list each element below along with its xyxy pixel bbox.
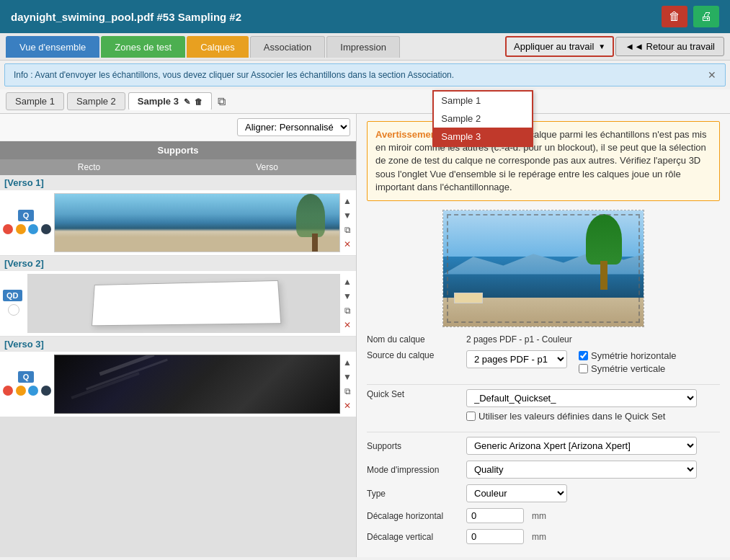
tab-vue-ensemble[interactable]: Vue d'ensemble: [6, 36, 99, 58]
quickset-checkbox[interactable]: [466, 412, 476, 421]
decalage-horizontal-label: Décalage horizontal: [367, 511, 460, 521]
mode-impression-select[interactable]: Quality: [466, 461, 697, 479]
quickset-use-values-label: Utiliser les valeurs définies dans le Qu…: [478, 411, 665, 422]
left-panel: Aligner: Personnalisé Supports Recto Ver…: [0, 114, 357, 557]
tab-association[interactable]: Association: [250, 36, 325, 58]
source-calque-select[interactable]: 2 pages PDF - p1: [466, 350, 567, 368]
type-label: Type: [367, 489, 460, 499]
form-row-nom-calque: Nom du calque 2 pages PDF - p1 - Couleur: [367, 334, 720, 345]
layer-down-button-verso3[interactable]: ▼: [342, 370, 353, 383]
layer-copy-button-verso3[interactable]: ⧉: [343, 385, 352, 398]
copy-sample-button[interactable]: ⧉: [218, 95, 226, 108]
layer-delete-button-verso2[interactable]: ✕: [342, 319, 352, 332]
dropdown-caret-icon: ▼: [598, 43, 605, 50]
back-button[interactable]: ◄◄ Retour au travail: [615, 37, 724, 56]
layer-up-button-verso3[interactable]: ▲: [342, 356, 353, 369]
layer-copy-button-verso2[interactable]: ⧉: [343, 304, 352, 317]
layer-copy-button-verso1[interactable]: ⧉: [343, 223, 352, 236]
decalage-horizontal-unit: mm: [532, 511, 546, 521]
recto-verso-headers: Recto Verso: [0, 159, 356, 175]
tab-calques[interactable]: Calques: [187, 36, 249, 58]
form-row-type: Type Couleur: [367, 484, 720, 502]
info-bar: Info : Avant d'envoyer les échantillons,…: [4, 63, 726, 86]
recto-header: Recto: [0, 159, 178, 175]
supports-select[interactable]: Generic Arizona Xpert [Arizona Xpert]: [466, 437, 697, 455]
form-row-supports: Supports Generic Arizona Xpert [Arizona …: [367, 437, 720, 455]
layer-delete-button-verso3[interactable]: ✕: [342, 399, 352, 412]
preview-image-box: [442, 210, 644, 327]
layer-label-verso2: [Verso 2]: [0, 256, 356, 271]
dropdown-item-sample1[interactable]: Sample 1: [434, 92, 532, 110]
symetrie-verticale-checkbox[interactable]: [579, 364, 588, 373]
layer-label-verso3: [Verso 3]: [0, 337, 356, 352]
color-dots-verso1: [3, 224, 51, 236]
layer-side-controls-verso1: ▲ ▼ ⧉ ✕: [342, 195, 353, 251]
layer-item-verso1: Q ▲ ▼: [0, 190, 356, 256]
layer-controls-verso3: Q: [3, 371, 51, 398]
nom-calque-label: Nom du calque: [367, 334, 460, 345]
dropdown-item-sample2[interactable]: Sample 2: [434, 110, 532, 128]
layer-badge-verso2: QD: [3, 290, 22, 301]
form-row-mode-impression: Mode d'impression Quality: [367, 461, 720, 479]
layer-side-controls-verso2: ▲ ▼ ⧉ ✕: [342, 275, 353, 332]
apply-dropdown-container: Appliquer au travail ▼ Sample 1 Sample 2…: [505, 36, 614, 57]
divider-1: [367, 384, 720, 385]
layer-side-controls-verso3: ▲ ▼ ⧉ ✕: [342, 356, 353, 412]
layer-controls-verso2: QD: [3, 290, 25, 318]
decalage-horizontal-input[interactable]: [466, 508, 524, 523]
info-text: Info : Avant d'envoyer les échantillons,…: [14, 70, 454, 80]
align-select[interactable]: Aligner: Personnalisé: [237, 118, 350, 136]
quickset-label: Quick Set: [367, 389, 460, 399]
symetrie-verticale-label: Symétrie verticale: [591, 363, 665, 374]
form-row-quickset: Quick Set _Default_Quickset_ Utiliser le…: [367, 389, 720, 422]
warning-box: Avertissement: Lorsqu'au moins un calque…: [367, 121, 720, 201]
mode-impression-label: Mode d'impression: [367, 465, 460, 475]
symetrie-verticale-row: Symétrie verticale: [579, 363, 677, 374]
symmetry-group: Symétrie horizontale Symétrie verticale: [579, 350, 677, 374]
align-bar: Aligner: Personnalisé: [0, 114, 356, 141]
delete-sample-icon[interactable]: 🗑: [195, 97, 202, 106]
symetrie-horizontale-label: Symétrie horizontale: [591, 350, 677, 361]
tab-impression[interactable]: Impression: [326, 36, 400, 58]
form-row-source-calque: Source du calque 2 pages PDF - p1 Symétr…: [367, 350, 720, 374]
info-close-button[interactable]: ✕: [708, 69, 716, 81]
layers-container: Supports Recto Verso [Verso 1] Q: [0, 141, 356, 557]
quickset-use-values-row: Utiliser les valeurs définies dans le Qu…: [466, 411, 697, 422]
print-button[interactable]: 🖨: [693, 6, 719, 27]
delete-button[interactable]: 🗑: [662, 6, 687, 27]
sample-tab-1[interactable]: Sample 1: [6, 92, 64, 110]
apply-dropdown-button[interactable]: Appliquer au travail ▼: [505, 36, 614, 57]
main-content: Aligner: Personnalisé Supports Recto Ver…: [0, 114, 730, 557]
edit-icon: ✎: [184, 97, 190, 106]
nom-calque-value: 2 pages PDF - p1 - Couleur: [466, 334, 572, 345]
sample-tab-3[interactable]: Sample 3 ✎ 🗑: [128, 92, 212, 110]
layer-up-button-verso1[interactable]: ▲: [342, 195, 353, 208]
layer-badge-verso3: Q: [18, 371, 34, 383]
title-bar: daynight_swiming_pool.pdf #53 Sampling #…: [0, 0, 730, 33]
source-calque-controls: 2 pages PDF - p1 Symétrie horizontale Sy…: [466, 350, 677, 374]
quickset-controls: _Default_Quickset_ Utiliser les valeurs …: [466, 389, 697, 422]
tab-zones-de-test[interactable]: Zones de test: [101, 36, 185, 58]
layer-controls-verso1: Q: [3, 210, 51, 236]
layer-down-button-verso1[interactable]: ▼: [342, 209, 353, 222]
form-row-decalage-vertical: Décalage vertical mm: [367, 529, 720, 544]
decalage-vertical-input[interactable]: [466, 529, 524, 544]
apply-dropdown-menu: Sample 1 Sample 2 Sample 3: [432, 90, 533, 147]
color-dots-verso3: [3, 386, 51, 398]
layer-down-button-verso2[interactable]: ▼: [342, 290, 353, 303]
type-select[interactable]: Couleur: [466, 484, 567, 502]
sample-tab-2[interactable]: Sample 2: [67, 92, 125, 110]
layer-item-verso3: Q ▲ ▼ ⧉: [0, 352, 356, 417]
source-calque-label: Source du calque: [367, 350, 460, 360]
color-dot-verso2: [8, 304, 19, 318]
quickset-select[interactable]: _Default_Quickset_: [466, 389, 697, 407]
divider-2: [367, 432, 720, 432]
layer-item-verso2: QD ▲ ▼ ⧉ ✕: [0, 271, 356, 337]
verso-header: Verso: [178, 159, 356, 175]
layer-up-button-verso2[interactable]: ▲: [342, 275, 353, 288]
decalage-vertical-unit: mm: [532, 532, 546, 542]
symetrie-horizontale-checkbox[interactable]: [579, 351, 588, 360]
layer-badge-verso1: Q: [18, 210, 34, 221]
layer-delete-button-verso1[interactable]: ✕: [342, 238, 352, 251]
dropdown-item-sample3[interactable]: Sample 3: [434, 128, 532, 146]
